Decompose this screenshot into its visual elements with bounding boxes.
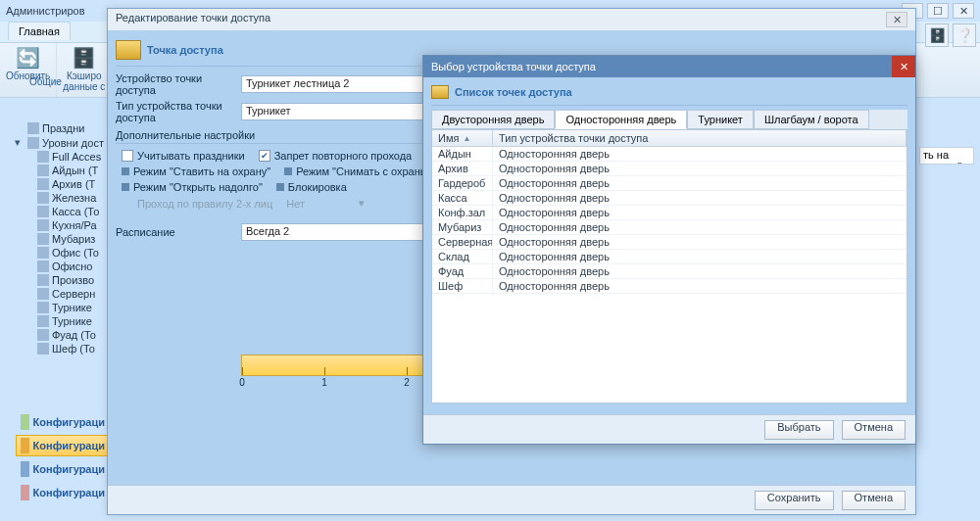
ribbon-cache[interactable]: 🗄️ Кэшироданные с bbox=[57, 43, 112, 97]
dialog1-close-button[interactable]: ✕ bbox=[886, 12, 907, 27]
tree-item[interactable]: Произво bbox=[14, 273, 108, 287]
config-icon bbox=[21, 438, 29, 453]
cancel-button[interactable]: Отмена bbox=[842, 491, 906, 510]
cell-type: Односторонняя дверь bbox=[493, 206, 906, 219]
dropdown-value: Нет bbox=[286, 198, 305, 210]
table-row[interactable]: ШефОдносторонняя дверь bbox=[432, 279, 906, 294]
tree-item[interactable]: Архив (Т bbox=[14, 177, 108, 191]
select-button[interactable]: Выбрать bbox=[764, 420, 833, 440]
table-row[interactable]: АйдынОдносторонняя дверь bbox=[432, 147, 906, 162]
device-type-tab[interactable]: Односторонняя дверь bbox=[555, 110, 687, 129]
opt-mode-guard[interactable]: Режим "Ставить на охрану" bbox=[122, 166, 270, 177]
grid-body: АйдынОдносторонняя дверьАрхивОдносторонн… bbox=[432, 147, 906, 294]
tree-item[interactable]: Серверн bbox=[14, 287, 108, 301]
ribbon-refresh[interactable]: 🔄 Обновить bbox=[0, 43, 57, 97]
config-btn-4[interactable]: Конфигураци bbox=[16, 482, 110, 503]
config-stack: Конфигураци Конфигураци Конфигураци Конф… bbox=[16, 411, 110, 505]
ribbon-group-label: Общие bbox=[29, 76, 62, 87]
table-row[interactable]: Конф.залОдносторонняя дверь bbox=[432, 206, 906, 220]
ruler-number: 2 bbox=[404, 377, 410, 388]
table-row[interactable]: СервернаяОдносторонняя дверь bbox=[432, 235, 906, 250]
table-row[interactable]: КассаОдносторонняя дверь bbox=[432, 191, 906, 206]
tree-item[interactable]: Праздни bbox=[14, 121, 108, 135]
ribbon-tab-main[interactable]: Главная bbox=[8, 22, 71, 40]
tree-item[interactable]: Айдын (Т bbox=[14, 164, 108, 177]
tree-item-label: Мубариз bbox=[52, 233, 95, 245]
opt-no-repeat[interactable]: ✔Запрет повторного прохода bbox=[259, 150, 413, 162]
tree-node-icon bbox=[37, 219, 49, 231]
help-icon[interactable]: ❔ bbox=[953, 24, 976, 47]
config-btn-1[interactable]: Конфигураци bbox=[16, 411, 110, 433]
tool-settings-db[interactable]: 🗄️ bbox=[925, 24, 949, 47]
tree-item[interactable]: Офисно bbox=[14, 260, 108, 273]
table-row[interactable]: АрхивОдносторонняя дверь bbox=[432, 162, 906, 176]
save-button[interactable]: Сохранить bbox=[755, 491, 834, 510]
opt-label: Блокировка bbox=[288, 181, 347, 193]
device-input[interactable]: Турникет лестница 2 bbox=[241, 75, 425, 93]
dialog1-titlebar: Редактирование точки доступа ✕ bbox=[108, 9, 915, 30]
col-name[interactable]: Имя▲ bbox=[432, 130, 493, 146]
cell-name: Конф.зал bbox=[432, 206, 493, 219]
list-header-label: Список точек доступа bbox=[455, 86, 572, 98]
tree-item[interactable]: Касса (То bbox=[14, 205, 108, 218]
sub-additional: Дополнительные настройки bbox=[116, 129, 429, 144]
config-icon bbox=[21, 414, 29, 430]
dialog2-footer: Выбрать Отмена bbox=[423, 414, 915, 444]
device-type-tabs: Двусторонняя дверьОдносторонняя дверьТур… bbox=[431, 110, 907, 129]
cell-type: Односторонняя дверь bbox=[493, 250, 906, 263]
tree-item[interactable]: Турнике bbox=[14, 314, 108, 328]
ruler-number: 0 bbox=[239, 377, 245, 388]
device-grid: Имя▲ Тип устройства точки доступа АйдынО… bbox=[431, 129, 907, 403]
dialog2-close-button[interactable]: ✕ bbox=[892, 56, 915, 77]
two-person-value[interactable]: Нет▾ bbox=[286, 197, 365, 210]
type-input[interactable]: Турникет bbox=[241, 103, 425, 120]
tree-item[interactable]: Шеф (То bbox=[14, 342, 108, 355]
tree-node-icon bbox=[37, 151, 49, 163]
table-row[interactable]: МубаризОдносторонняя дверь bbox=[432, 220, 906, 235]
device-type-tab[interactable]: Двусторонняя дверь bbox=[431, 110, 555, 129]
opt-mode-unguard[interactable]: Режим "Снимать с охраны" bbox=[284, 166, 431, 177]
square-icon bbox=[122, 183, 129, 191]
tree-item[interactable]: ▾Уровни дост bbox=[14, 135, 108, 150]
cell-name: Фуад bbox=[432, 264, 493, 278]
tree-item[interactable]: Железна bbox=[14, 191, 108, 205]
folder-icon bbox=[116, 40, 141, 60]
opt-label: Режим "Ставить на охрану" bbox=[133, 166, 270, 177]
table-row[interactable]: СкладОдносторонняя дверь bbox=[432, 250, 906, 264]
tree-item[interactable]: Офис (То bbox=[14, 246, 108, 260]
schedule-input[interactable]: Всегда 2 bbox=[241, 223, 425, 241]
cell-name: Айдын bbox=[432, 147, 493, 161]
section-title: Точка доступа bbox=[147, 44, 223, 56]
cell-name: Серверная bbox=[432, 235, 493, 249]
tree-item[interactable]: Фуад (То bbox=[14, 328, 108, 342]
tree-item[interactable]: Full Acces bbox=[14, 150, 108, 164]
config-btn-2[interactable]: Конфигураци bbox=[16, 435, 110, 456]
opt-label: Проход по правилу 2-х лиц bbox=[137, 198, 272, 210]
tree-node-icon bbox=[37, 165, 49, 176]
config-label: Конфигураци bbox=[33, 440, 105, 451]
opt-two-person: Проход по правилу 2-х лиц bbox=[122, 198, 272, 210]
device-type-tab[interactable]: Шлагбаум / ворота bbox=[754, 110, 869, 129]
tree-item[interactable]: Мубариз bbox=[14, 232, 108, 246]
close-button[interactable]: ✕ bbox=[953, 3, 974, 19]
opt-blocking[interactable]: Блокировка bbox=[276, 181, 347, 193]
tree-node-icon bbox=[37, 178, 49, 190]
tree-item[interactable]: Кухня/Ра bbox=[14, 218, 108, 232]
tree-item-label: Железна bbox=[52, 192, 96, 204]
table-row[interactable]: ФуадОдносторонняя дверь bbox=[432, 264, 906, 279]
table-row[interactable]: ГардеробОдносторонняя дверь bbox=[432, 176, 906, 191]
opt-mode-open-long[interactable]: Режим "Открыть надолго" bbox=[122, 181, 263, 193]
square-icon bbox=[284, 167, 292, 175]
maximize-button[interactable]: ☐ bbox=[927, 3, 949, 19]
opt-holidays[interactable]: Учитывать праздники bbox=[122, 150, 245, 162]
config-btn-3[interactable]: Конфигураци bbox=[16, 458, 110, 480]
tree-item[interactable]: Турнике bbox=[14, 301, 108, 314]
right-panel-cell[interactable]: ть на охрану" bbox=[919, 147, 974, 165]
tree-node-icon bbox=[27, 122, 39, 134]
tree-item-label: Кухня/Ра bbox=[52, 219, 97, 231]
checkbox-icon bbox=[122, 150, 133, 162]
device-type-tab[interactable]: Турникет bbox=[687, 110, 754, 129]
cancel-button[interactable]: Отмена bbox=[842, 420, 906, 440]
col-type[interactable]: Тип устройства точки доступа bbox=[493, 130, 906, 146]
ruler-number: 1 bbox=[321, 377, 327, 388]
